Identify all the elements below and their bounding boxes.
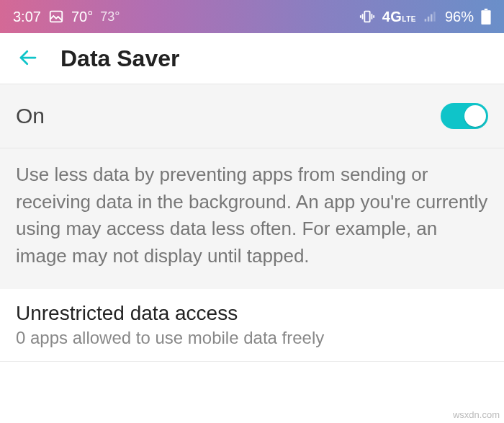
vibrate-icon <box>359 9 375 25</box>
list-item-title: Unrestricted data access <box>16 302 488 325</box>
temperature-secondary: 73° <box>100 9 120 25</box>
data-saver-toggle-row: On <box>0 84 504 148</box>
image-icon <box>48 9 64 25</box>
unrestricted-data-access-item[interactable]: Unrestricted data access 0 apps allowed … <box>0 289 504 362</box>
data-saver-switch[interactable] <box>441 103 488 129</box>
svg-rect-1 <box>364 12 369 22</box>
network-label: 4GLTE <box>382 9 416 25</box>
appbar: Data Saver <box>0 33 504 84</box>
switch-thumb <box>464 105 486 127</box>
statusbar: 3:07 70° 73° 4GLTE 96% <box>0 0 504 33</box>
clock-time: 3:07 <box>13 9 41 25</box>
battery-percent: 96% <box>445 9 474 25</box>
page-title: Data Saver <box>60 45 179 72</box>
battery-icon <box>481 9 491 25</box>
list-item-subtitle: 0 apps allowed to use mobile data freely <box>16 328 488 348</box>
temperature-primary: 70° <box>71 9 93 25</box>
watermark: wsxdn.com <box>453 409 500 420</box>
back-button[interactable] <box>13 43 43 75</box>
signal-icon <box>423 9 438 24</box>
toggle-label: On <box>16 104 45 128</box>
statusbar-left: 3:07 70° 73° <box>13 9 120 25</box>
statusbar-right: 4GLTE 96% <box>359 9 491 25</box>
data-saver-description: Use less data by preventing apps from se… <box>0 148 504 289</box>
arrow-left-icon <box>17 47 39 71</box>
svg-rect-3 <box>485 9 487 10</box>
svg-rect-2 <box>481 10 490 25</box>
